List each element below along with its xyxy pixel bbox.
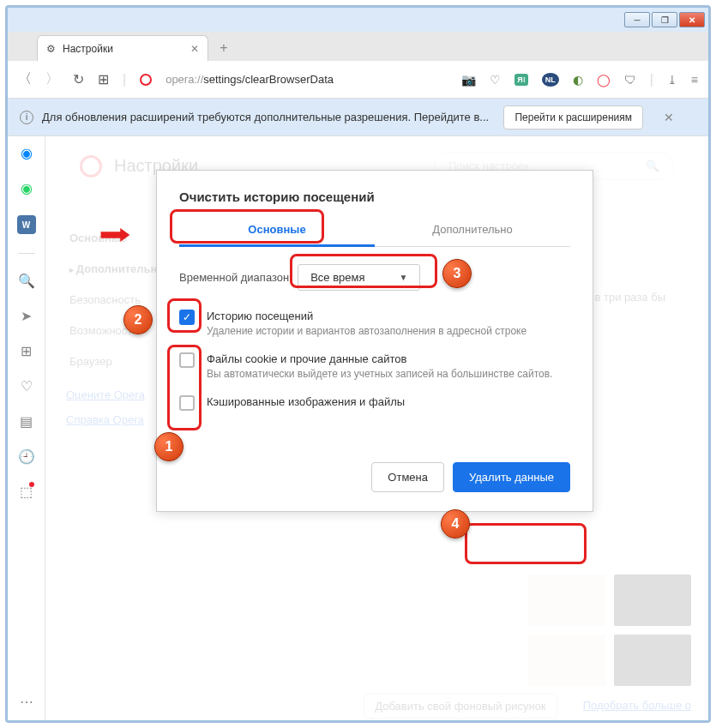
tab-basic[interactable]: Основные: [179, 214, 375, 247]
tab-strip: ⚙ Настройки ✕ +: [8, 32, 708, 61]
whatsapp-icon[interactable]: ◉: [21, 180, 33, 196]
tab-title: Настройки: [63, 43, 113, 55]
cancel-button[interactable]: Отмена: [371, 462, 444, 492]
forward-button: 〉: [45, 70, 59, 88]
messenger-icon[interactable]: ◉: [21, 145, 33, 161]
translate-icon[interactable]: Я⁝: [514, 74, 527, 86]
tab-advanced[interactable]: Дополнительно: [375, 214, 570, 246]
opt-cache-title: Кэшированные изображения и файлы: [207, 395, 405, 408]
gear-icon: ⚙: [46, 43, 56, 55]
sidebar-rail: ◉ ◉ W 🔍 ➤ ⊞ ♡ ▤ 🕘 ⬚ ⋯: [8, 136, 45, 720]
window-titlebar: ─ ❐ ✕: [8, 8, 708, 32]
close-tab-icon[interactable]: ✕: [190, 43, 199, 55]
profile-icon[interactable]: ◐: [573, 73, 583, 87]
speed-dial-icon[interactable]: ⊞: [98, 71, 109, 87]
extensions-rail-icon[interactable]: ⬚: [20, 484, 33, 500]
speed-dial-rail-icon[interactable]: ⊞: [21, 343, 32, 359]
more-rail-icon[interactable]: ⋯: [20, 694, 33, 710]
window-maximize[interactable]: ❐: [652, 12, 677, 27]
url-field[interactable]: opera://settings/clearBrowserData: [165, 73, 448, 86]
checkbox-cookies[interactable]: [179, 352, 195, 368]
opera-ext-icon[interactable]: ◯: [597, 73, 611, 87]
opt-history-desc: Удаление истории и вариантов автозаполне…: [207, 325, 526, 337]
notification-text: Для обновления расширений требуются допо…: [42, 111, 489, 123]
checkbox-cache[interactable]: [179, 395, 195, 411]
callout-4: 4: [441, 509, 470, 538]
nl-extension-icon[interactable]: NL: [542, 73, 559, 87]
new-tab-button[interactable]: +: [214, 38, 234, 58]
window-close[interactable]: ✕: [679, 12, 705, 27]
callout-1: 1: [154, 432, 184, 461]
vk-icon[interactable]: W: [17, 215, 36, 234]
range-label: Временной диапазон: [179, 271, 289, 284]
window-minimize[interactable]: ─: [624, 12, 650, 27]
browser-tab[interactable]: ⚙ Настройки ✕: [37, 35, 208, 61]
dialog-title: Очистить историю посещений: [179, 190, 570, 204]
info-icon: i: [20, 111, 33, 124]
delete-data-button[interactable]: Удалить данные: [453, 462, 570, 492]
callout-2: 2: [123, 305, 153, 334]
chevron-down-icon: ▼: [400, 273, 408, 282]
heart-rail-icon[interactable]: ♡: [21, 378, 33, 394]
heart-icon[interactable]: ♡: [490, 73, 501, 87]
news-icon[interactable]: ▤: [20, 413, 33, 430]
checkbox-history[interactable]: ✓: [179, 310, 195, 325]
reload-button[interactable]: ↻: [73, 71, 84, 87]
shield-icon[interactable]: 🛡: [624, 73, 636, 87]
opt-history-title: Историю посещений: [207, 310, 526, 322]
clear-data-dialog: Очистить историю посещений Основные Допо…: [156, 170, 593, 512]
callout-3: 3: [442, 259, 472, 288]
send-icon[interactable]: ➤: [21, 308, 32, 324]
annotation-arrow: ➡: [99, 218, 131, 250]
dismiss-notification[interactable]: ✕: [664, 111, 674, 124]
easy-setup-icon[interactable]: ≡: [691, 73, 698, 87]
download-icon[interactable]: ⤓: [667, 73, 677, 87]
search-rail-icon[interactable]: 🔍: [18, 273, 35, 289]
opt-cookies-title: Файлы cookie и прочие данные сайтов: [207, 352, 552, 365]
goto-extensions-button[interactable]: Перейти к расширениям: [503, 105, 643, 129]
notification-bar: i Для обновления расширений требуются до…: [8, 99, 708, 136]
time-range-dropdown[interactable]: Все время ▼: [298, 264, 420, 291]
camera-icon[interactable]: 📷: [461, 73, 476, 87]
opt-cookies-desc: Вы автоматически выйдете из учетных запи…: [207, 368, 552, 380]
address-bar: 〈 〉 ↻ ⊞ | opera://settings/clearBrowserD…: [8, 61, 708, 99]
back-button[interactable]: 〈: [18, 70, 32, 88]
opera-icon: [140, 74, 152, 86]
history-rail-icon[interactable]: 🕘: [18, 448, 35, 465]
